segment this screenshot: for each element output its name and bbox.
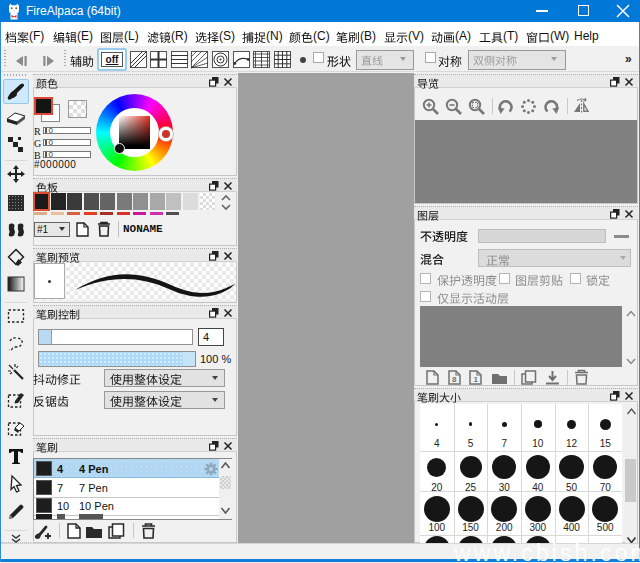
svg-text:1: 1: [474, 375, 479, 384]
svg-text:8: 8: [452, 375, 457, 384]
